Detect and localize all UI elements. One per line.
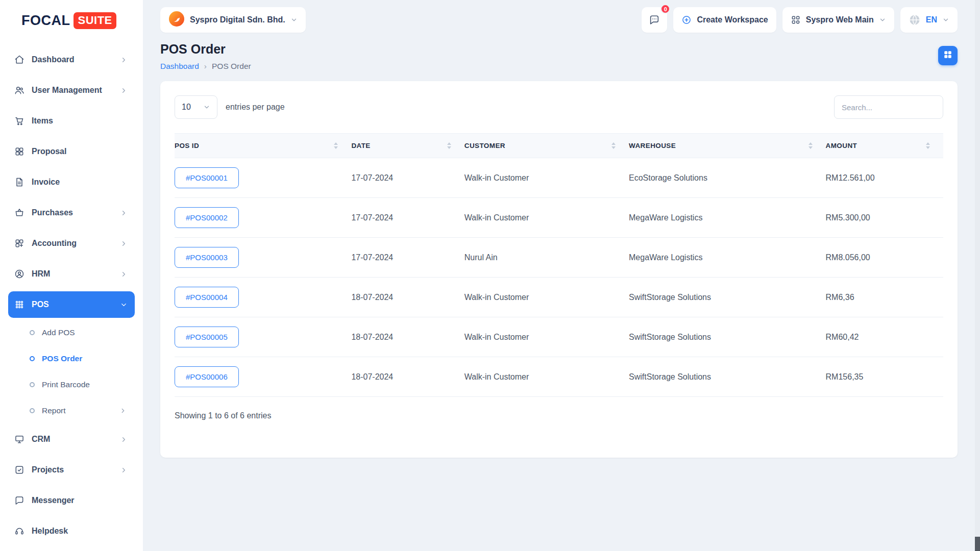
column-header-label: CUSTOMER bbox=[464, 142, 505, 149]
person-circle-icon bbox=[14, 269, 32, 279]
column-header[interactable]: CUSTOMER bbox=[464, 134, 629, 158]
sidebar-item-dashboard[interactable]: Dashboard bbox=[8, 46, 135, 73]
monitor-icon bbox=[14, 434, 32, 444]
sidebar-item-label: Purchases bbox=[32, 208, 120, 217]
language-selector[interactable]: EN bbox=[900, 7, 958, 33]
chevron-right-icon bbox=[120, 466, 128, 474]
cell-customer: Walk-in Customer bbox=[464, 158, 629, 198]
create-workspace-button[interactable]: Create Workspace bbox=[673, 7, 776, 33]
sidebar-item-invoice[interactable]: Invoice bbox=[8, 169, 135, 195]
sidebar-item-projects[interactable]: Projects bbox=[8, 457, 135, 483]
messages-button[interactable]: 0 bbox=[642, 7, 667, 33]
sidebar-item-messenger[interactable]: Messenger bbox=[8, 487, 135, 514]
breadcrumb-current: POS Order bbox=[212, 62, 251, 71]
sidebar-subitem-report[interactable]: Report bbox=[8, 400, 135, 421]
cell-date: 18-07-2024 bbox=[351, 278, 464, 317]
sidebar-item-accounting[interactable]: Accounting bbox=[8, 230, 135, 257]
sidebar-item-label: Items bbox=[32, 116, 128, 126]
chevron-down-icon bbox=[942, 16, 949, 23]
sidebar-item-crm[interactable]: CRM bbox=[8, 426, 135, 453]
sidebar-item-label: HRM bbox=[32, 269, 120, 279]
chevron-right-icon bbox=[120, 436, 128, 443]
chevron-down-icon bbox=[290, 16, 298, 23]
chevron-down-icon bbox=[120, 301, 128, 309]
pos-id-button[interactable]: #POS00004 bbox=[175, 287, 239, 308]
main-content: Syspro Digital Sdn. Bhd. 0 Create Worksp… bbox=[143, 0, 980, 458]
breadcrumb-dashboard-link[interactable]: Dashboard bbox=[160, 62, 199, 71]
workspace-selector[interactable]: Syspro Web Main bbox=[782, 7, 894, 33]
sidebar-item-items[interactable]: Items bbox=[8, 108, 135, 134]
pos-id-button[interactable]: #POS00006 bbox=[175, 366, 239, 387]
pos-id-button[interactable]: #POS00002 bbox=[175, 207, 239, 228]
chat-bubble-icon bbox=[14, 495, 32, 506]
table-row: #POS00002 17-07-2024 Walk-in Customer Me… bbox=[175, 198, 943, 238]
sidebar-subitem-print-barcode[interactable]: Print Barcode bbox=[8, 374, 135, 395]
pos-id-button[interactable]: #POS00001 bbox=[175, 167, 239, 188]
sidebar-item-purchases[interactable]: Purchases bbox=[8, 199, 135, 226]
sidebar-subitem-label: POS Order bbox=[42, 354, 82, 363]
bullet-icon bbox=[30, 330, 35, 335]
workspace-name: Syspro Web Main bbox=[806, 15, 874, 24]
sort-icon[interactable] bbox=[926, 142, 930, 149]
cell-customer: Walk-in Customer bbox=[464, 357, 629, 397]
scrollbar-track[interactable] bbox=[975, 0, 980, 551]
sidebar-item-hrm[interactable]: HRM bbox=[8, 261, 135, 287]
column-header[interactable]: DATE bbox=[351, 134, 464, 158]
sort-icon[interactable] bbox=[611, 142, 616, 149]
view-toggle-button[interactable] bbox=[938, 46, 958, 65]
column-header[interactable]: POS ID bbox=[175, 134, 351, 158]
sidebar-item-proposal[interactable]: Proposal bbox=[8, 138, 135, 165]
company-selector[interactable]: Syspro Digital Sdn. Bhd. bbox=[160, 7, 306, 33]
sort-icon[interactable] bbox=[334, 142, 338, 149]
sidebar-item-label: POS bbox=[32, 300, 120, 309]
sidebar-item-helpdesk[interactable]: Helpdesk bbox=[8, 518, 135, 544]
basket-icon bbox=[14, 208, 32, 218]
table-controls: 10 entries per page bbox=[175, 95, 943, 119]
logo-text-secondary: SUITE bbox=[74, 12, 116, 29]
sidebar-item-pos[interactable]: POS bbox=[8, 291, 135, 318]
sidebar-subitem-label: Report bbox=[42, 406, 66, 415]
bullet-icon bbox=[30, 356, 35, 361]
pos-id-button[interactable]: #POS00005 bbox=[175, 327, 239, 347]
language-code: EN bbox=[926, 15, 937, 24]
column-header[interactable]: WAREHOUSE bbox=[629, 134, 826, 158]
pos-id-button[interactable]: #POS00003 bbox=[175, 247, 239, 268]
cell-amount: RM60,42 bbox=[826, 317, 943, 357]
table-row: #POS00004 18-07-2024 Walk-in Customer Sw… bbox=[175, 278, 943, 317]
topbar: Syspro Digital Sdn. Bhd. 0 Create Worksp… bbox=[160, 7, 958, 33]
cell-warehouse: MegaWare Logistics bbox=[629, 198, 826, 238]
column-header-label: POS ID bbox=[175, 142, 199, 149]
page-size-select[interactable]: 10 bbox=[175, 95, 217, 119]
column-header[interactable]: AMOUNT bbox=[826, 134, 943, 158]
sort-icon[interactable] bbox=[808, 142, 813, 149]
chevron-right-icon bbox=[119, 407, 127, 414]
cell-customer: Walk-in Customer bbox=[464, 278, 629, 317]
pos-order-table: POS ID DATE bbox=[175, 133, 943, 397]
sidebar-item-label: Dashboard bbox=[32, 55, 120, 64]
sidebar-nav: Dashboard User Management Items Proposal… bbox=[8, 46, 135, 544]
sort-icon[interactable] bbox=[447, 142, 451, 149]
breadcrumb-separator: › bbox=[204, 62, 207, 71]
logo-text-primary: FOCAL bbox=[21, 13, 70, 29]
cell-amount: RM5.300,00 bbox=[826, 198, 943, 238]
sidebar-subitem-pos-order[interactable]: POS Order bbox=[8, 348, 135, 369]
app-logo[interactable]: FOCAL SUITE bbox=[21, 12, 135, 29]
sidebar-subitem-add-pos[interactable]: Add POS bbox=[8, 322, 135, 343]
search-input[interactable] bbox=[834, 95, 943, 119]
grid-icon bbox=[943, 50, 952, 61]
bullet-icon bbox=[30, 408, 35, 413]
home-icon bbox=[14, 55, 32, 65]
check-square-icon bbox=[14, 465, 32, 475]
globe-icon bbox=[909, 14, 921, 26]
scrollbar-thumb[interactable] bbox=[975, 537, 980, 551]
chat-icon bbox=[649, 14, 660, 26]
sidebar-item-user-management[interactable]: User Management bbox=[8, 77, 135, 104]
sidebar-item-label: Proposal bbox=[32, 147, 128, 156]
company-logo bbox=[168, 11, 185, 29]
table-header-row: POS ID DATE bbox=[175, 134, 943, 158]
chevron-right-icon bbox=[120, 56, 128, 64]
sidebar-item-label: CRM bbox=[32, 435, 120, 444]
cell-warehouse: SwiftStorage Solutions bbox=[629, 278, 826, 317]
bullet-icon bbox=[30, 382, 35, 387]
page-title: POS Order bbox=[160, 42, 251, 57]
